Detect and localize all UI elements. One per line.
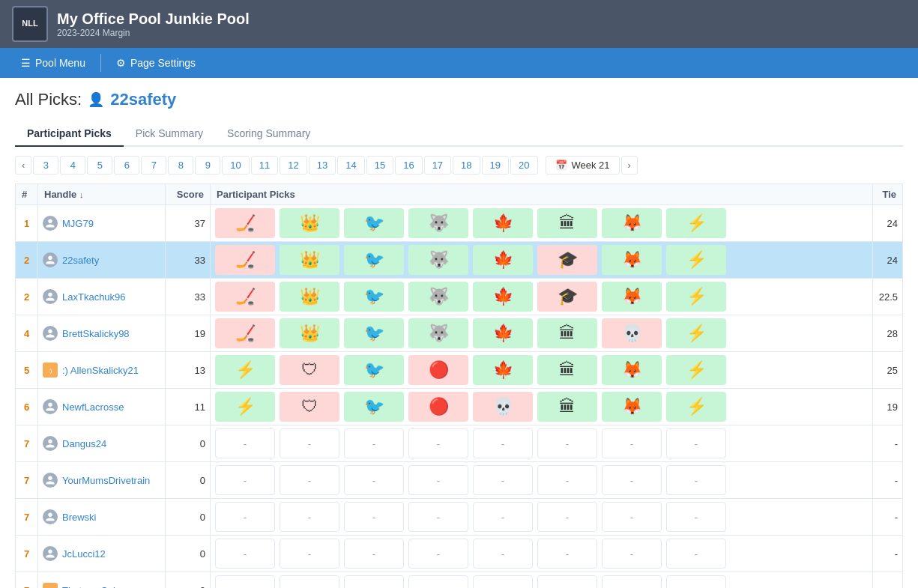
username-link[interactable]: 22safety bbox=[110, 90, 176, 109]
pick-cell-empty: - bbox=[473, 575, 533, 588]
user-avatar-icon: 👤 bbox=[88, 91, 104, 108]
week-btn-12[interactable]: 12 bbox=[280, 156, 306, 175]
week-btn-17[interactable]: 17 bbox=[424, 156, 451, 175]
app-title: My Office Pool Junkie Pool bbox=[57, 10, 250, 28]
pick-cell-2: 🐦 bbox=[344, 392, 404, 422]
username-text[interactable]: ThatmanCake bbox=[62, 585, 124, 589]
cell-rank: 7 bbox=[16, 536, 38, 572]
tabs: Participant PicksPick SummaryScoring Sum… bbox=[15, 121, 903, 147]
user-cell[interactable]: BrettSkalicky98 bbox=[43, 326, 160, 341]
username-text[interactable]: YourMumsDrivetrain bbox=[62, 475, 150, 486]
week-btn-16[interactable]: 16 bbox=[395, 156, 422, 175]
pick-cell-empty: - bbox=[280, 465, 339, 495]
cell-tie: - bbox=[873, 425, 903, 462]
username-text[interactable]: Dangus24 bbox=[62, 438, 106, 449]
pool-menu-button[interactable]: ☰ Pool Menu bbox=[9, 48, 97, 78]
week-btn-8[interactable]: 8 bbox=[168, 156, 193, 175]
user-cell[interactable]: Dangus24 bbox=[43, 436, 160, 451]
pick-cell-empty: - bbox=[408, 502, 468, 532]
col-handle: Handle ↓ bbox=[38, 184, 166, 205]
week-btn-10[interactable]: 10 bbox=[222, 156, 249, 175]
cell-rank: 1 bbox=[16, 205, 38, 242]
table-row: 222safety33🏒👑🐦🐺🍁🎓🦊⚡24 bbox=[16, 242, 903, 279]
pick-cell-0: 🏒 bbox=[215, 245, 275, 275]
week-btn-6[interactable]: 6 bbox=[114, 156, 139, 175]
pick-cell-6: 💀 bbox=[602, 318, 662, 348]
week-btn-13[interactable]: 13 bbox=[309, 156, 336, 175]
col-score: Score bbox=[166, 184, 211, 205]
week-btn-3[interactable]: 3 bbox=[33, 156, 58, 175]
prev-week-button[interactable]: ‹ bbox=[15, 156, 31, 175]
username-text[interactable]: BrettSkalicky98 bbox=[62, 328, 130, 339]
pick-cell-empty: - bbox=[666, 428, 726, 458]
pick-cell-7: ⚡ bbox=[666, 245, 726, 275]
week-btn-11[interactable]: 11 bbox=[251, 156, 278, 175]
pick-cell-5: 🏛 bbox=[537, 392, 597, 422]
avatar bbox=[43, 473, 58, 488]
cell-rank: 2 bbox=[16, 279, 38, 315]
pick-cell-6: 🦊 bbox=[602, 392, 662, 422]
avatar bbox=[43, 399, 58, 414]
user-cell[interactable]: JcLucci12 bbox=[43, 546, 160, 561]
avatar: :) bbox=[43, 363, 58, 378]
tab-scoring-summary[interactable]: Scoring Summary bbox=[215, 121, 322, 147]
pick-cell-5: 🏛 bbox=[537, 355, 597, 385]
pick-cell-empty: - bbox=[344, 428, 404, 458]
pick-cell-2: 🐦 bbox=[344, 282, 404, 312]
user-cell[interactable]: :)ThatmanCake bbox=[43, 583, 160, 588]
cell-handle: :)ThatmanCake bbox=[38, 572, 166, 589]
tab-pick-summary[interactable]: Pick Summary bbox=[124, 121, 215, 147]
week-btn-20[interactable]: 20 bbox=[510, 156, 537, 175]
user-cell[interactable]: :):) AllenSkalicky21 bbox=[43, 363, 160, 378]
cell-picks: -------- bbox=[211, 425, 873, 462]
tab-participant-picks[interactable]: Participant Picks bbox=[15, 121, 124, 147]
cell-score: 19 bbox=[166, 315, 211, 352]
avatar bbox=[43, 546, 58, 561]
week-btn-9[interactable]: 9 bbox=[195, 156, 220, 175]
pick-cell-7: ⚡ bbox=[666, 208, 726, 238]
username-text[interactable]: :) AllenSkalicky21 bbox=[62, 365, 139, 376]
pick-cell-5: 🏛 bbox=[537, 208, 597, 238]
username-text[interactable]: LaxTkachuk96 bbox=[62, 291, 126, 303]
week-btn-4[interactable]: 4 bbox=[60, 156, 85, 175]
avatar bbox=[43, 509, 58, 524]
user-cell[interactable]: Brewski bbox=[43, 509, 160, 524]
current-week-label: Week 21 bbox=[572, 160, 610, 171]
table-row: 7Brewski0--------- bbox=[16, 499, 903, 536]
week-btn-7[interactable]: 7 bbox=[141, 156, 166, 175]
cell-tie: 28 bbox=[873, 315, 903, 352]
week-btn-14[interactable]: 14 bbox=[337, 156, 364, 175]
pick-cell-empty: - bbox=[473, 502, 533, 532]
pick-cell-3: 🐺 bbox=[408, 208, 468, 238]
week-btn-15[interactable]: 15 bbox=[366, 156, 393, 175]
pick-cell-empty: - bbox=[408, 428, 468, 458]
cell-rank: 5 bbox=[16, 352, 38, 389]
pick-cell-3: 🔴 bbox=[408, 355, 468, 385]
cell-picks: -------- bbox=[211, 499, 873, 536]
pick-cell-empty: - bbox=[280, 428, 339, 458]
app-title-block: My Office Pool Junkie Pool 2023-2024 Mar… bbox=[57, 10, 250, 38]
page-settings-button[interactable]: ⚙ Page Settings bbox=[104, 48, 208, 78]
cell-score: 33 bbox=[166, 242, 211, 279]
cell-picks: 🏒👑🐦🐺🍁🏛🦊⚡ bbox=[211, 205, 873, 242]
user-cell[interactable]: MJG79 bbox=[43, 216, 160, 231]
week-btn-19[interactable]: 19 bbox=[482, 156, 509, 175]
user-cell[interactable]: LaxTkachuk96 bbox=[43, 289, 160, 304]
user-cell[interactable]: 22safety bbox=[43, 252, 160, 267]
username-text[interactable]: NewfLacrosse bbox=[62, 401, 124, 413]
username-text[interactable]: MJG79 bbox=[62, 218, 94, 229]
pick-cell-empty: - bbox=[408, 539, 468, 569]
app-header: NLL My Office Pool Junkie Pool 2023-2024… bbox=[0, 0, 918, 48]
next-week-button[interactable]: › bbox=[621, 156, 638, 175]
week-btn-18[interactable]: 18 bbox=[453, 156, 480, 175]
pick-cell-empty: - bbox=[344, 539, 404, 569]
cell-tie: 25 bbox=[873, 352, 903, 389]
table-row: 7YourMumsDrivetrain0--------- bbox=[16, 462, 903, 499]
username-text[interactable]: 22safety bbox=[62, 255, 99, 266]
user-cell[interactable]: NewfLacrosse bbox=[43, 399, 160, 414]
username-text[interactable]: Brewski bbox=[62, 512, 97, 523]
username-text[interactable]: JcLucci12 bbox=[62, 548, 106, 560]
week-label: 📅 Week 21 bbox=[546, 156, 620, 175]
week-btn-5[interactable]: 5 bbox=[87, 156, 112, 175]
user-cell[interactable]: YourMumsDrivetrain bbox=[43, 473, 160, 488]
